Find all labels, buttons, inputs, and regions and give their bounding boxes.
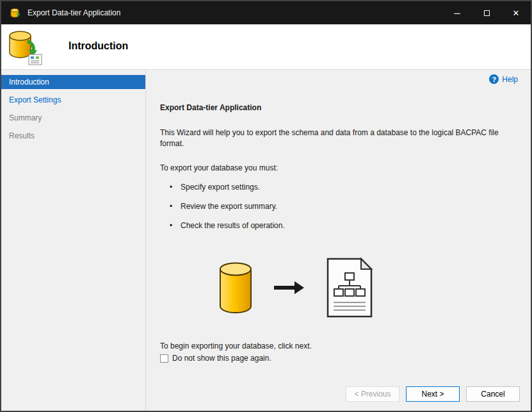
bullet-text: Check the results of operation.: [181, 221, 285, 230]
bullet-icon: •: [170, 202, 181, 211]
requirements-list: • Specify export settings. • Review the …: [170, 183, 285, 240]
bullet-text: Review the export summary.: [181, 202, 277, 211]
export-wizard-window: Export Data-tier Application ─ ✕: [0, 0, 532, 412]
help-link[interactable]: ? Help: [489, 74, 518, 84]
bullet-icon: •: [170, 221, 181, 230]
sidebar-item-results: Results: [1, 129, 145, 143]
sidebar-item-summary: Summary: [1, 111, 145, 125]
maximize-icon: [484, 10, 490, 16]
main-content: ? Help Export Data-tier Application This…: [147, 70, 531, 411]
help-icon: ?: [489, 74, 499, 84]
bullet-text: Specify export settings.: [181, 183, 260, 192]
wizard-buttons: < Previous Next > Cancel: [346, 386, 520, 402]
list-item: • Check the results of operation.: [170, 221, 285, 240]
wizard-header: Introduction: [1, 24, 531, 70]
titlebar: Export Data-tier Application ─ ✕: [1, 1, 531, 24]
bullet-icon: •: [170, 183, 181, 192]
dont-show-again-label[interactable]: Do not show this page again.: [172, 354, 271, 363]
wizard-steps-sidebar: Introduction Export Settings Summary Res…: [1, 70, 146, 411]
close-button[interactable]: ✕: [501, 1, 531, 24]
app-database-icon: [10, 7, 21, 19]
minimize-button[interactable]: ─: [442, 1, 472, 24]
intro-paragraph: This Wizard will help you to export the …: [160, 128, 519, 149]
dont-show-again-row: Do not show this page again.: [160, 354, 271, 363]
sidebar-item-export-settings[interactable]: Export Settings: [1, 93, 145, 107]
export-illustration: [218, 254, 373, 322]
help-label: Help: [502, 75, 518, 84]
database-icon: [218, 261, 253, 316]
content-heading: Export Data-tier Application: [160, 103, 261, 112]
dont-show-again-checkbox[interactable]: [160, 354, 168, 363]
begin-instruction: To begin exporting your database, click …: [160, 342, 312, 350]
window-title: Export Data-tier Application: [28, 8, 120, 17]
export-database-icon: [8, 29, 44, 69]
requirements-label: To export your database you must:: [160, 163, 278, 172]
minimize-icon: ─: [454, 8, 460, 18]
list-item: • Specify export settings.: [170, 183, 285, 202]
next-button[interactable]: Next >: [406, 386, 460, 402]
page-title: Introduction: [69, 40, 128, 52]
previous-button[interactable]: < Previous: [346, 386, 399, 402]
sidebar-item-introduction[interactable]: Introduction: [1, 75, 145, 89]
arrow-right-icon: [274, 281, 305, 297]
bacpac-file-icon: [326, 257, 373, 320]
window-controls: ─ ✕: [442, 1, 531, 24]
list-item: • Review the export summary.: [170, 202, 285, 221]
cancel-button[interactable]: Cancel: [466, 386, 520, 402]
close-icon: ✕: [513, 8, 520, 18]
maximize-button[interactable]: [472, 1, 501, 24]
